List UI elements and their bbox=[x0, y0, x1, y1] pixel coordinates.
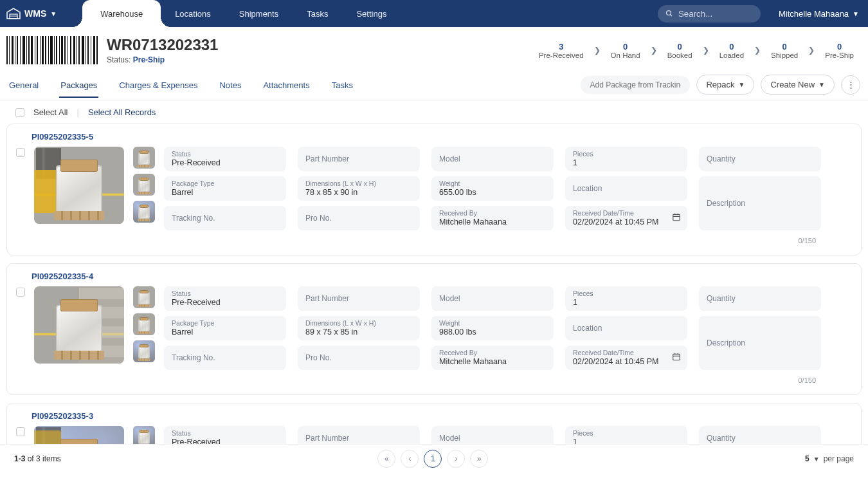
pro-no-field[interactable]: Pro No. bbox=[298, 206, 420, 230]
package-id[interactable]: PI0925202335-4 bbox=[32, 272, 851, 281]
pager-prev[interactable]: ‹ bbox=[401, 450, 419, 468]
create-new-button[interactable]: Create New ▼ bbox=[761, 75, 835, 95]
received-by-field[interactable]: Received ByMitchelle Mahaana bbox=[431, 206, 554, 230]
package-id[interactable]: PI0925202335-5 bbox=[32, 132, 851, 142]
step-on-hand[interactable]: 0 On Hand bbox=[611, 42, 640, 59]
model-field[interactable]: Model bbox=[431, 286, 554, 311]
svg-point-2 bbox=[666, 11, 671, 15]
main-tabs: Warehouse Locations Shipments Tasks Sett… bbox=[82, 0, 401, 27]
subtab-attachments[interactable]: Attachments bbox=[262, 77, 311, 98]
step-count: 0 bbox=[825, 42, 854, 51]
brand[interactable]: WMS ▼ bbox=[6, 8, 57, 19]
part-number-field[interactable]: Part Number bbox=[298, 147, 420, 171]
tracking-field[interactable]: Tracking No. bbox=[164, 346, 286, 370]
tab-tasks[interactable]: Tasks bbox=[293, 0, 342, 27]
svg-rect-20 bbox=[50, 36, 53, 64]
more-button[interactable]: ⋮ bbox=[841, 75, 860, 95]
thumbnail[interactable] bbox=[133, 286, 155, 308]
description-field[interactable]: Description bbox=[699, 316, 821, 370]
svg-rect-29 bbox=[77, 36, 77, 64]
calendar-icon[interactable] bbox=[672, 213, 681, 224]
svg-rect-8 bbox=[17, 36, 18, 64]
package-list[interactable]: PI0925202335-5 StatusPre-Received Packag… bbox=[0, 124, 868, 444]
tracking-field[interactable]: Tracking No. bbox=[164, 206, 286, 230]
package-type-field[interactable]: Package TypeBarrel bbox=[164, 176, 286, 201]
svg-rect-30 bbox=[78, 36, 80, 64]
model-field[interactable]: Model bbox=[431, 426, 554, 444]
quantity-field[interactable]: Quantity bbox=[699, 426, 821, 444]
step-pre-ship[interactable]: 0 Pre-Ship bbox=[825, 42, 854, 59]
status-field[interactable]: StatusPre-Received bbox=[164, 147, 286, 171]
select-all-records-link[interactable]: Select All Records bbox=[88, 107, 156, 117]
weight-field[interactable]: Weight655.00 lbs bbox=[431, 176, 554, 201]
subtab-general[interactable]: General bbox=[8, 77, 40, 98]
received-date-field[interactable]: Received Date/Time02/20/2024 at 10:45 PM bbox=[565, 206, 687, 230]
received-date-field[interactable]: Received Date/Time02/20/2024 at 10:45 PM bbox=[565, 346, 687, 370]
dots-vertical-icon: ⋮ bbox=[847, 80, 855, 89]
pager-first[interactable]: « bbox=[377, 450, 395, 468]
thumbnail[interactable] bbox=[133, 147, 155, 169]
package-photo[interactable] bbox=[34, 147, 124, 224]
location-field[interactable]: Location bbox=[565, 316, 687, 340]
received-by-field[interactable]: Received ByMitchelle Mahaana bbox=[431, 346, 554, 370]
add-tracking-input[interactable] bbox=[581, 76, 690, 94]
dimensions-field[interactable]: Dimensions (L x W x H)78 x 85 x 90 in bbox=[298, 176, 420, 201]
pieces-field[interactable]: Pieces1 bbox=[565, 147, 687, 171]
quantity-field[interactable]: Quantity bbox=[699, 147, 821, 171]
per-page-label: per page bbox=[824, 454, 854, 463]
pager-last[interactable]: » bbox=[470, 450, 488, 468]
calendar-icon[interactable] bbox=[672, 353, 681, 364]
subtab-charges[interactable]: Charges & Expenses bbox=[118, 77, 199, 98]
thumbnail[interactable] bbox=[133, 426, 155, 444]
tab-shipments[interactable]: Shipments bbox=[225, 0, 293, 27]
weight-field[interactable]: Weight988.00 lbs bbox=[431, 316, 554, 340]
pieces-field[interactable]: Pieces1 bbox=[565, 286, 687, 311]
status-field[interactable]: StatusPre-Received bbox=[164, 426, 286, 444]
package-checkbox[interactable] bbox=[16, 288, 25, 297]
package-type-field[interactable]: Package TypeBarrel bbox=[164, 316, 286, 340]
location-field[interactable]: Location bbox=[565, 176, 687, 201]
tab-settings[interactable]: Settings bbox=[342, 0, 401, 27]
package-photo[interactable] bbox=[34, 286, 124, 364]
pager-next[interactable]: › bbox=[447, 450, 465, 468]
thumbnail[interactable] bbox=[133, 340, 155, 362]
step-shipped[interactable]: 0 Shipped bbox=[771, 42, 798, 59]
subtab-tasks[interactable]: Tasks bbox=[330, 77, 354, 98]
dimensions-field[interactable]: Dimensions (L x W x H)89 x 75 x 85 in bbox=[298, 316, 420, 340]
thumbnail[interactable] bbox=[133, 174, 155, 196]
user-menu[interactable]: Mitchelle Mahaana ▼ bbox=[779, 9, 859, 19]
tab-warehouse[interactable]: Warehouse bbox=[82, 0, 161, 27]
thumbnail[interactable] bbox=[133, 201, 155, 223]
svg-rect-4 bbox=[6, 36, 8, 64]
step-loaded[interactable]: 0 Loaded bbox=[719, 42, 744, 59]
select-all-checkbox[interactable] bbox=[15, 108, 24, 117]
repack-button[interactable]: Repack ▼ bbox=[696, 75, 754, 95]
search-input[interactable] bbox=[678, 9, 753, 19]
part-number-field[interactable]: Part Number bbox=[298, 426, 420, 444]
pieces-field[interactable]: Pieces1 bbox=[565, 426, 687, 444]
package-checkbox[interactable] bbox=[16, 148, 25, 157]
part-number-field[interactable]: Part Number bbox=[298, 286, 420, 311]
pro-no-field[interactable]: Pro No. bbox=[298, 346, 420, 370]
package-checkbox[interactable] bbox=[16, 427, 25, 436]
subtab-notes[interactable]: Notes bbox=[218, 77, 242, 98]
subtab-packages[interactable]: Packages bbox=[59, 77, 98, 98]
quantity-field[interactable]: Quantity bbox=[699, 286, 821, 311]
step-booked[interactable]: 0 Booked bbox=[667, 42, 692, 59]
thumbnail[interactable] bbox=[133, 313, 155, 335]
select-all-link[interactable]: Select All bbox=[33, 107, 68, 117]
package-photo[interactable] bbox=[34, 426, 124, 444]
svg-rect-36 bbox=[96, 36, 98, 64]
svg-line-3 bbox=[670, 14, 671, 15]
svg-rect-34 bbox=[91, 36, 91, 64]
step-label: Pre-Ship bbox=[825, 51, 854, 59]
model-field[interactable]: Model bbox=[431, 147, 554, 171]
package-id[interactable]: PI0925202335-3 bbox=[32, 411, 851, 421]
description-field[interactable]: Description bbox=[699, 176, 821, 230]
step-pre-received[interactable]: 3 Pre-Received bbox=[539, 42, 584, 59]
search-box[interactable] bbox=[658, 5, 761, 23]
pager-page-1[interactable]: 1 bbox=[424, 450, 442, 468]
status-field[interactable]: StatusPre-Received bbox=[164, 286, 286, 311]
button-label: Repack bbox=[706, 80, 734, 89]
per-page[interactable]: 5 ▼ per page bbox=[805, 454, 854, 463]
